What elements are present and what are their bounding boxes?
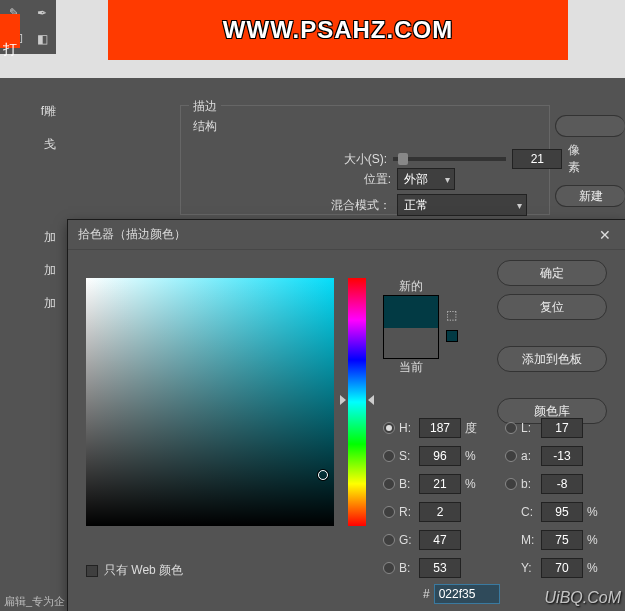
new-label: 新的	[383, 278, 439, 295]
s-label: S:	[399, 449, 419, 463]
close-icon[interactable]: ✕	[595, 225, 615, 245]
position-dropdown[interactable]: 外部	[397, 168, 455, 190]
web-only-checkbox[interactable]: 只有 Web 颜色	[86, 562, 183, 579]
g-label: G:	[399, 533, 419, 547]
bc-radio[interactable]	[383, 562, 395, 574]
style-item[interactable]: 戋	[0, 128, 60, 161]
current-label: 当前	[383, 359, 439, 376]
h-input[interactable]	[419, 418, 461, 438]
web-safe-swatch[interactable]	[446, 330, 458, 342]
y-input[interactable]	[541, 558, 583, 578]
size-unit: 像素	[568, 142, 591, 176]
size-input[interactable]	[512, 149, 562, 169]
bv-input[interactable]	[419, 474, 461, 494]
tool-gradient-icon[interactable]: ◧	[28, 26, 56, 52]
lab-b-label: b:	[521, 477, 541, 491]
m-input[interactable]	[541, 530, 583, 550]
h-unit: 度	[465, 420, 485, 437]
right-button-1[interactable]	[555, 115, 625, 137]
h-label: H:	[399, 421, 419, 435]
hex-input[interactable]	[434, 584, 500, 604]
s-unit: %	[465, 449, 485, 463]
style-item[interactable]: 加	[0, 254, 60, 287]
hex-label: #	[423, 587, 430, 601]
hue-arrow-left-icon	[340, 395, 346, 405]
color-swatch[interactable]	[383, 295, 439, 359]
dialog-title: 拾色器（描边颜色）	[78, 226, 186, 243]
banner-text: WWW.PSAHZ.COM	[223, 16, 453, 44]
a-radio[interactable]	[505, 450, 517, 462]
b-radio[interactable]	[383, 478, 395, 490]
gamut-warning-icon[interactable]: ⬚	[446, 308, 457, 322]
style-item[interactable]: 加	[0, 221, 60, 254]
web-only-label: 只有 Web 颜色	[104, 562, 183, 579]
sv-cursor[interactable]	[318, 470, 328, 480]
hue-slider[interactable]	[348, 278, 366, 526]
structure-label: 结构	[193, 118, 217, 135]
l-radio[interactable]	[505, 422, 517, 434]
g-radio[interactable]	[383, 534, 395, 546]
y-unit: %	[587, 561, 607, 575]
dialog-buttons: 确定 复位 添加到色板 颜色库	[497, 260, 607, 424]
bc-input[interactable]	[419, 558, 461, 578]
new-color	[384, 296, 438, 328]
l-label: L:	[521, 421, 541, 435]
lab-b-input[interactable]	[541, 474, 583, 494]
l-input[interactable]	[541, 418, 583, 438]
new-button[interactable]: 新建	[555, 185, 625, 207]
r-radio[interactable]	[383, 506, 395, 518]
m-unit: %	[587, 533, 607, 547]
add-swatch-button[interactable]: 添加到色板	[497, 346, 607, 372]
r-input[interactable]	[419, 502, 461, 522]
blend-label: 混合模式：	[321, 197, 391, 214]
dialog-body: 新的 当前 ⬚ 确定 复位 添加到色板 颜色库 H:度 S:% B:% R:	[68, 250, 625, 611]
c-unit: %	[587, 505, 607, 519]
ok-button[interactable]: 确定	[497, 260, 607, 286]
footer-text: 扁辑_专为企	[4, 594, 65, 609]
lab-b-radio[interactable]	[505, 478, 517, 490]
style-list: f雕 戋 加 加 加	[0, 95, 60, 295]
y-label: Y:	[521, 561, 541, 575]
banner: WWW.PSAHZ.COM	[108, 0, 568, 60]
hue-arrow-right-icon	[368, 395, 374, 405]
s-input[interactable]	[419, 446, 461, 466]
a-label: a:	[521, 449, 541, 463]
swatch-area: 新的 当前	[383, 278, 439, 376]
m-label: M:	[521, 533, 541, 547]
blend-dropdown[interactable]: 正常	[397, 194, 527, 216]
group-title: 描边	[189, 98, 221, 115]
size-label: 大小(S):	[321, 151, 387, 168]
slider-thumb[interactable]	[398, 153, 408, 165]
bv-label: B:	[399, 477, 419, 491]
color-picker-dialog: 拾色器（描边颜色） ✕ 新的 当前 ⬚ 确定 复位 添加到色板 颜色库	[68, 220, 625, 611]
style-item[interactable]: f雕	[0, 95, 60, 128]
top-band: WWW.PSAHZ.COM ✎ ✒ ⌫ ◧ 打	[0, 0, 625, 78]
bv-unit: %	[465, 477, 485, 491]
style-item[interactable]: 加	[0, 287, 60, 320]
r-label: R:	[399, 505, 419, 519]
tool-brush-icon[interactable]: ✒	[28, 0, 56, 26]
red-label: 打	[0, 14, 20, 48]
g-input[interactable]	[419, 530, 461, 550]
position-label: 位置:	[321, 171, 391, 188]
watermark: UiBQ.CoM	[545, 589, 621, 607]
dialog-titlebar[interactable]: 拾色器（描边颜色） ✕	[68, 220, 625, 250]
a-input[interactable]	[541, 446, 583, 466]
stroke-group: 描边 结构 大小(S): 像素 位置: 外部 混合模式： 正常	[180, 105, 550, 215]
c-label: C:	[521, 505, 541, 519]
bc-label: B:	[399, 561, 419, 575]
cancel-button[interactable]: 复位	[497, 294, 607, 320]
size-slider[interactable]	[393, 157, 506, 161]
c-input[interactable]	[541, 502, 583, 522]
s-radio[interactable]	[383, 450, 395, 462]
checkbox[interactable]	[86, 565, 98, 577]
saturation-value-field[interactable]	[86, 278, 334, 526]
h-radio[interactable]	[383, 422, 395, 434]
